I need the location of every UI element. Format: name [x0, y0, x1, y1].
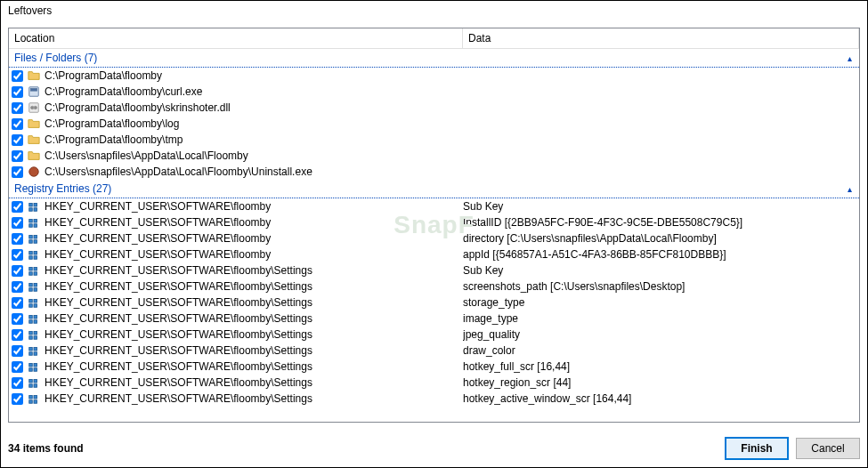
row-checkbox[interactable] [12, 201, 23, 213]
row-location: HKEY_CURRENT_USER\SOFTWARE\floomby [45, 248, 463, 261]
registry-icon [27, 263, 41, 278]
list-item[interactable]: HKEY_CURRENT_USER\SOFTWARE\floomby\Setti… [9, 359, 859, 375]
row-checkbox[interactable] [12, 345, 23, 357]
row-checkbox[interactable] [12, 233, 23, 245]
row-location: C:\ProgramData\floomby\log [45, 117, 463, 130]
registry-icon [27, 215, 41, 230]
row-checkbox[interactable] [12, 361, 23, 373]
svg-point-5 [29, 167, 39, 177]
row-checkbox[interactable] [12, 313, 23, 325]
list-item[interactable]: C:\ProgramData\floomby\curl.exe [9, 84, 859, 100]
svg-rect-11 [34, 220, 37, 223]
row-location: C:\ProgramData\floomby\curl.exe [45, 85, 463, 98]
row-checkbox[interactable] [12, 377, 23, 389]
list-item[interactable]: HKEY_CURRENT_USER\SOFTWARE\floombydirect… [9, 230, 859, 246]
svg-rect-38 [29, 332, 33, 335]
list-item[interactable]: C:\ProgramData\floomby [9, 68, 859, 84]
row-checkbox[interactable] [12, 249, 23, 261]
svg-rect-24 [29, 272, 33, 276]
row-location: HKEY_CURRENT_USER\SOFTWARE\floomby [45, 232, 463, 245]
row-checkbox[interactable] [12, 281, 23, 293]
dll-icon [27, 101, 41, 115]
svg-rect-15 [34, 236, 37, 239]
row-data: storage_type [463, 296, 856, 309]
row-checkbox[interactable] [12, 134, 23, 146]
list-item[interactable]: HKEY_CURRENT_USER\SOFTWARE\floomby\Setti… [9, 278, 859, 295]
folder-icon [27, 133, 41, 147]
row-location: C:\ProgramData\floomby\tmp [45, 133, 463, 146]
exe-icon [27, 85, 41, 99]
list-item[interactable]: HKEY_CURRENT_USER\SOFTWARE\floombySub Ke… [9, 198, 859, 214]
rows-scroll[interactable]: Files / Folders (7) ▴ C:\ProgramData\flo… [9, 49, 859, 422]
svg-rect-28 [29, 288, 33, 292]
list-item[interactable]: HKEY_CURRENT_USER\SOFTWARE\floomby\Setti… [9, 391, 859, 407]
row-checkbox[interactable] [12, 166, 23, 178]
folder-icon [27, 69, 41, 83]
registry-icon [27, 375, 41, 390]
svg-rect-20 [29, 256, 33, 260]
svg-rect-1 [31, 89, 37, 92]
cancel-button[interactable]: Cancel [796, 438, 860, 459]
column-location[interactable]: Location [9, 28, 463, 48]
list-item[interactable]: C:\ProgramData\floomby\log [9, 116, 859, 132]
list-item[interactable]: HKEY_CURRENT_USER\SOFTWARE\floomby\Setti… [9, 295, 859, 311]
section-registry-label: Registry Entries (27) [14, 182, 111, 195]
row-checkbox[interactable] [12, 118, 23, 130]
svg-rect-36 [29, 320, 33, 324]
column-data[interactable]: Data [463, 28, 859, 48]
registry-icon [27, 359, 41, 374]
row-location: HKEY_CURRENT_USER\SOFTWARE\floomby [45, 216, 463, 229]
section-files[interactable]: Files / Folders (7) ▴ [9, 49, 859, 68]
registry-icon [27, 391, 41, 406]
row-location: HKEY_CURRENT_USER\SOFTWARE\floomby\Setti… [45, 328, 463, 341]
row-checkbox[interactable] [12, 393, 23, 405]
chevron-up-icon: ▴ [848, 53, 852, 63]
row-data: InstallID [{2BB9A5FC-F90E-4F3C-9C5E-DBE5… [463, 216, 856, 229]
row-location: HKEY_CURRENT_USER\SOFTWARE\floomby\Setti… [45, 392, 463, 405]
registry-icon [27, 295, 41, 310]
svg-rect-37 [34, 320, 37, 324]
svg-rect-43 [34, 348, 37, 351]
registry-icon [27, 311, 41, 326]
list-item[interactable]: C:\Users\snapfiles\AppData\Local\Floomby… [9, 164, 859, 180]
list-item[interactable]: HKEY_CURRENT_USER\SOFTWARE\floomby\Setti… [9, 311, 859, 327]
svg-rect-10 [29, 220, 33, 223]
svg-rect-57 [34, 400, 37, 404]
section-registry[interactable]: Registry Entries (27) ▴ [9, 180, 859, 198]
row-data: screenshots_path [C:\Users\snapfiles\Des… [463, 280, 856, 293]
list-item[interactable]: HKEY_CURRENT_USER\SOFTWARE\floomby\Setti… [9, 262, 859, 278]
row-checkbox[interactable] [12, 150, 23, 162]
row-checkbox[interactable] [12, 217, 23, 229]
svg-rect-14 [29, 236, 33, 239]
row-checkbox[interactable] [12, 86, 23, 98]
svg-rect-49 [34, 368, 37, 372]
svg-rect-31 [34, 300, 37, 303]
list-item[interactable]: HKEY_CURRENT_USER\SOFTWARE\floomby\Setti… [9, 375, 859, 391]
svg-rect-53 [34, 384, 37, 388]
row-data: directory [C:\Users\snapfiles\AppData\Lo… [463, 232, 856, 245]
list-item[interactable]: HKEY_CURRENT_USER\SOFTWARE\floombyappId … [9, 246, 859, 262]
row-checkbox[interactable] [12, 297, 23, 309]
row-location: HKEY_CURRENT_USER\SOFTWARE\floomby\Setti… [45, 296, 463, 309]
svg-rect-18 [29, 252, 33, 255]
registry-icon [27, 279, 41, 294]
list-item[interactable]: C:\Users\snapfiles\AppData\Local\Floomby [9, 148, 859, 164]
svg-rect-22 [29, 268, 33, 271]
finish-button[interactable]: Finish [725, 437, 789, 460]
svg-rect-39 [34, 332, 37, 335]
list-item[interactable]: C:\ProgramData\floomby\tmp [9, 132, 859, 148]
row-location: HKEY_CURRENT_USER\SOFTWARE\floomby [45, 200, 463, 213]
row-checkbox[interactable] [12, 265, 23, 277]
list-item[interactable]: HKEY_CURRENT_USER\SOFTWARE\floomby\Setti… [9, 343, 859, 359]
list-item[interactable]: HKEY_CURRENT_USER\SOFTWARE\floombyInstal… [9, 214, 859, 230]
row-checkbox[interactable] [12, 102, 23, 114]
row-checkbox[interactable] [12, 329, 23, 341]
leftovers-list: SnapF Location Data Files / Folders (7) … [8, 28, 860, 423]
uninstall-icon [27, 165, 41, 179]
list-item[interactable]: HKEY_CURRENT_USER\SOFTWARE\floomby\Setti… [9, 327, 859, 343]
svg-rect-30 [29, 300, 33, 303]
svg-rect-7 [34, 204, 37, 207]
svg-rect-25 [34, 272, 37, 276]
list-item[interactable]: C:\ProgramData\floomby\skrinshoter.dll [9, 100, 859, 116]
row-checkbox[interactable] [12, 70, 23, 82]
